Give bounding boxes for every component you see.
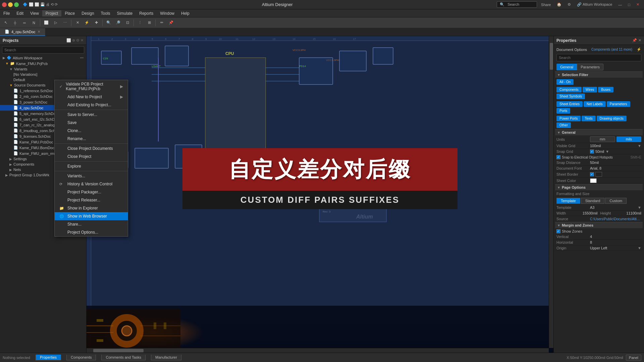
tree-project[interactable]: ▼ 📁 Kame_FMU.PrjPcb [0, 61, 86, 66]
window-close-btn[interactable]: ✕ [634, 2, 641, 7]
filter-drawing-objects[interactable]: Drawing objects [597, 116, 627, 121]
tb-zoom-out[interactable]: 🔎 [114, 19, 122, 27]
rp-pin[interactable]: 📌 [632, 38, 637, 43]
workspace-menu[interactable]: ••• [80, 56, 84, 60]
minimize-btn[interactable]: — [616, 2, 624, 7]
schematic-view[interactable]: 123 456 789 101112 131415 1617 [87, 36, 553, 353]
menu-project[interactable]: Project [42, 10, 61, 16]
search-bar[interactable]: 🔍 Search [497, 1, 537, 8]
scrollbar-thumb-h[interactable] [93, 349, 144, 352]
ctx-variants[interactable]: Variants... [55, 172, 128, 180]
menu-reports[interactable]: Reports [136, 10, 157, 16]
menu-design[interactable]: Design [78, 10, 97, 16]
tb-netlabel[interactable]: N [30, 19, 38, 27]
menu-window[interactable]: Window [157, 10, 178, 16]
units-mm-btn[interactable]: mm [590, 136, 615, 142]
filter-buses[interactable]: Buses [598, 87, 613, 93]
margin-zones-header[interactable]: ▼ Margin and Zones [555, 222, 643, 229]
ctx-explore[interactable]: Explore [55, 162, 128, 170]
ctx-packager[interactable]: Project Packager... [55, 188, 128, 196]
ctx-show-explorer[interactable]: 📁 Show in Explorer [55, 204, 128, 212]
ctx-clone[interactable]: Clone... [55, 127, 128, 135]
ctx-share[interactable]: Share... [55, 220, 128, 228]
tb-mark[interactable]: 📌 [167, 19, 175, 27]
tb-port[interactable]: ▷ [51, 19, 60, 27]
menu-help[interactable]: Help [178, 10, 193, 16]
ctx-rename[interactable]: Rename... [55, 135, 128, 143]
snap-toggle[interactable]: ✓ [590, 149, 594, 154]
ctx-add-existing[interactable]: Add Existing to Project... [55, 101, 128, 109]
selection-filter-header[interactable]: ▼ Selection Filter [555, 71, 643, 78]
sg-dropdown[interactable]: ▼ [605, 149, 609, 154]
tb-pointer[interactable]: ↖ [1, 19, 10, 27]
horizontal-scrollbar[interactable] [87, 348, 549, 353]
tree-variants[interactable]: ▼ Variants [0, 66, 86, 72]
filter-parameters[interactable]: Parameters [607, 101, 630, 107]
ctx-releaser[interactable]: Project Releaser... [55, 196, 128, 204]
filter-net-labels[interactable]: Net Labels [584, 101, 606, 107]
tb-component[interactable]: ⬜ [42, 19, 51, 27]
rp-close[interactable]: ✕ [638, 38, 641, 43]
filter-components[interactable]: Components [556, 87, 582, 93]
tb-cross[interactable]: ✚ [92, 19, 101, 27]
close-btn[interactable] [2, 2, 7, 7]
tb-compile[interactable]: ⚡ [83, 19, 91, 27]
status-tab-properties[interactable]: Properties [36, 355, 61, 360]
template-dropdown[interactable]: ▼ [638, 205, 641, 209]
menu-edit[interactable]: Edit [13, 10, 27, 16]
max-btn[interactable] [14, 2, 19, 7]
tb-fit[interactable]: ⊡ [123, 19, 132, 27]
tb-noerr[interactable]: ✕ [73, 19, 82, 27]
ctx-save-server[interactable]: Save to Server... [55, 111, 128, 119]
tab-close[interactable]: ✕ [38, 30, 40, 34]
fmt-template[interactable]: Template [556, 198, 580, 204]
show-zones-toggle[interactable]: ✓ [556, 229, 560, 233]
ctx-save[interactable]: Save [55, 119, 128, 127]
ctx-close-docs[interactable]: Close Project Documents [55, 144, 128, 153]
origin-dropdown[interactable]: ▼ [638, 246, 641, 250]
min-btn[interactable] [8, 2, 13, 7]
vg-dropdown[interactable]: ▼ [638, 144, 641, 148]
menu-tools[interactable]: Tools [98, 10, 114, 16]
panel-search-input[interactable] [2, 46, 84, 54]
rp-search-input[interactable] [556, 54, 641, 61]
scrollbar-thumb-v[interactable] [550, 43, 553, 70]
border-toggle[interactable]: ✓ [590, 172, 594, 176]
ctx-add-new[interactable]: Add New to Project ▶ [55, 93, 128, 101]
filter-texts[interactable]: Texts [582, 116, 595, 121]
tb-bus[interactable]: ═ [20, 19, 29, 27]
general-section-header[interactable]: ▼ General [555, 129, 643, 136]
filter-wires[interactable]: Wires [583, 87, 597, 93]
units-mils-btn[interactable]: mils [616, 136, 642, 142]
page-options-header[interactable]: ▼ Page Options [555, 184, 643, 191]
filter-power-ports[interactable]: Power Ports [556, 116, 581, 121]
vertical-scrollbar[interactable] [549, 36, 553, 348]
ctx-history[interactable]: ⟳ History & Version Control [55, 180, 128, 188]
tb-harness[interactable]: ⋯ [61, 19, 69, 27]
tb-wire[interactable]: ┼ [11, 19, 19, 27]
fmt-custom[interactable]: Custom [605, 198, 627, 204]
tree-no-variations[interactable]: [No Variations] [0, 72, 86, 77]
border-color-swatch[interactable] [595, 172, 602, 177]
tree-workspace[interactable]: ▶ 🔷 Altium Workspace ••• [0, 55, 86, 61]
status-tab-comments[interactable]: Comments and Tasks [101, 355, 146, 360]
filter-other[interactable]: Other [556, 122, 571, 128]
menu-file[interactable]: File [0, 10, 13, 16]
tb-zoom-in[interactable]: 🔍 [104, 19, 113, 27]
ctx-show-browser[interactable]: 🌐 Show in Web Browser [55, 212, 128, 220]
panel-btn[interactable]: Panel [626, 355, 641, 361]
tb-snap[interactable]: ⊞ [145, 19, 154, 27]
snap-hotspots-toggle[interactable]: ✓ [556, 155, 560, 159]
all-on-btn[interactable]: All - On [556, 79, 574, 85]
menu-simulate[interactable]: Simulate [114, 10, 136, 16]
share-btn[interactable]: Share [539, 2, 553, 7]
ctx-close-proj[interactable]: Close Project [55, 153, 128, 161]
maximize-btn[interactable]: □ [626, 2, 632, 7]
status-tab-manufacturer[interactable]: Manufacturer [151, 355, 181, 360]
fmt-standard[interactable]: Standard [581, 198, 605, 204]
menu-view[interactable]: View [27, 10, 42, 16]
menu-place[interactable]: Place [61, 10, 78, 16]
settings-btn[interactable]: ⚙ [566, 2, 573, 7]
tab-parameters[interactable]: Parameters [577, 64, 603, 70]
status-tab-components[interactable]: Components [66, 355, 96, 360]
